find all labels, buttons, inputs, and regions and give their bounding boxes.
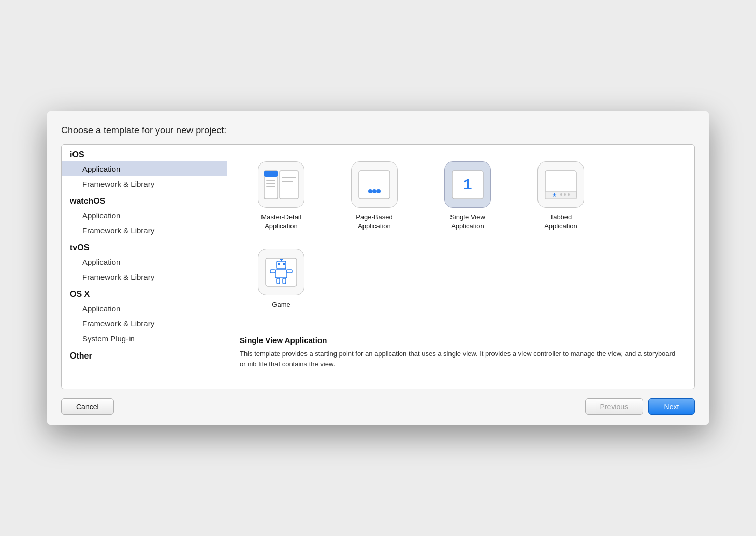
svg-rect-1 [280, 171, 298, 199]
content-area: iOS Application Framework & Library watc… [61, 144, 695, 390]
template-tabbed[interactable]: ★ TabbedApplication [519, 157, 602, 235]
description-title: Single View Application [240, 336, 682, 345]
template-single-view[interactable]: 1 Single ViewApplication [426, 157, 509, 235]
templates-grid: Master-DetailApplication Page-BasedAppl [227, 145, 694, 327]
svg-rect-8 [359, 171, 390, 199]
sidebar-item-osx-framework[interactable]: Framework & Library [62, 316, 227, 331]
template-icon-page-based [351, 161, 398, 208]
svg-point-11 [376, 189, 381, 193]
svg-text:★: ★ [552, 192, 557, 198]
footer-right: Previous Next [585, 398, 695, 415]
sidebar-item-watchos-framework[interactable]: Framework & Library [62, 223, 227, 238]
template-label-page-based: Page-BasedApplication [356, 213, 393, 231]
sidebar-category-tvos: tvOS [62, 238, 227, 255]
sidebar-category-ios: iOS [62, 145, 227, 161]
svg-rect-5 [266, 186, 275, 187]
dialog-title: Choose a template for your new project: [61, 125, 695, 136]
template-label-master-detail: Master-DetailApplication [261, 213, 301, 231]
template-label-game: Game [272, 301, 290, 309]
template-page-based[interactable]: Page-BasedApplication [333, 157, 416, 235]
svg-rect-7 [282, 181, 293, 182]
svg-point-19 [568, 193, 570, 196]
svg-rect-23 [280, 259, 283, 260]
sidebar-item-osx-plugin[interactable]: System Plug-in [62, 331, 227, 346]
template-icon-master-detail [258, 161, 304, 208]
template-label-tabbed: TabbedApplication [544, 213, 577, 231]
next-button[interactable]: Next [648, 398, 695, 415]
footer: Cancel Previous Next [61, 398, 695, 415]
template-master-detail[interactable]: Master-DetailApplication [240, 157, 323, 235]
description-panel: Single View Application This template pr… [227, 326, 694, 389]
template-game[interactable]: Game [240, 245, 323, 314]
template-icon-tabbed: ★ [537, 161, 584, 208]
sidebar-item-ios-application[interactable]: Application [62, 161, 227, 176]
main-panel: Master-DetailApplication Page-BasedAppl [227, 145, 694, 389]
dialog: Choose a template for your new project: … [47, 111, 709, 426]
cancel-button[interactable]: Cancel [61, 398, 114, 415]
sidebar-category-watchos: watchOS [62, 191, 227, 208]
sidebar-item-ios-framework[interactable]: Framework & Library [62, 176, 227, 191]
sidebar-category-osx: OS X [62, 285, 227, 301]
description-text: This template provides a starting point … [240, 349, 682, 369]
previous-button[interactable]: Previous [585, 398, 643, 415]
svg-rect-4 [266, 183, 275, 184]
sidebar-item-tvos-framework[interactable]: Framework & Library [62, 270, 227, 285]
sidebar-item-watchos-application[interactable]: Application [62, 208, 227, 223]
sidebar: iOS Application Framework & Library watc… [62, 145, 227, 389]
sidebar-item-tvos-application[interactable]: Application [62, 255, 227, 270]
template-icon-single-view: 1 [444, 161, 491, 208]
sidebar-category-other: Other [62, 346, 227, 363]
svg-rect-2 [264, 171, 278, 177]
sidebar-item-osx-application[interactable]: Application [62, 301, 227, 316]
svg-point-9 [368, 189, 372, 193]
template-label-single-view: Single ViewApplication [450, 213, 485, 231]
svg-rect-24 [278, 263, 280, 265]
template-icon-game [258, 249, 304, 295]
svg-text:1: 1 [463, 175, 472, 192]
svg-point-18 [564, 193, 566, 196]
svg-rect-6 [282, 177, 296, 178]
svg-point-10 [372, 189, 376, 193]
svg-point-17 [560, 193, 562, 196]
svg-rect-25 [283, 263, 285, 265]
svg-rect-3 [266, 180, 275, 181]
